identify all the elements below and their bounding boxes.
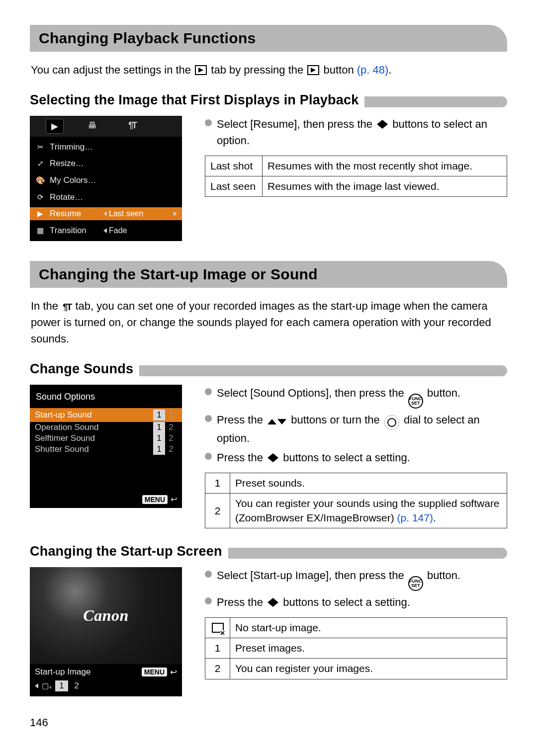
cam-sound-label: Operation Sound [35,422,153,432]
sound-options-table: 1 Preset sounds. 2 You can register your… [205,473,507,528]
cell-1: 1 [205,638,230,659]
cam-sound-opt: 2 [165,422,177,433]
cam-options: ▢ₓ12 [35,680,177,691]
control-dial-icon [384,415,399,430]
cell-register-images: You can register your images. [230,659,507,679]
cam-row-icon: ✂ [35,143,46,152]
cam-sound-opt: 2 [165,444,177,455]
text: In the [31,300,61,312]
cam-row-value: Fade [103,226,177,235]
cam-startup-opt: 2 [70,680,83,691]
text: tab by pressing the [211,64,306,76]
text: buttons or turn the [291,414,383,426]
cam-bottom-bar: Start-up Image MENU ↩ ▢ₓ12 [30,664,182,696]
camera-screenshot-sound-options: Sound Options Start-up Sound12Operation … [30,385,182,508]
cam-row-icon: ▶ [35,209,46,218]
page-heading-startup: Changing the Start-up Image or Sound [30,261,507,288]
subheading-row: Selecting the Image that First Displays … [30,92,507,109]
subheading-row: Changing the Start-up Screen [30,543,507,560]
text: buttons to select a setting. [283,451,410,464]
cam-row-icon: ⟳ [35,193,46,202]
bullet-leftright-setting: Press the buttons to select a setting. [205,449,507,466]
cam-sound-row: Shutter Sound12 [35,444,177,455]
text: . [433,512,436,523]
cell-last-seen-desc: Resumes with the image last viewed. [263,176,507,197]
left-right-arrows-icon [377,120,388,129]
cam-tabs: ▶ 🖶 ¶T [30,116,182,137]
cam-sound-row: Selftimer Sound12 [35,433,177,444]
cam-sound-opt: 1 [153,444,165,455]
text: You can register your sounds using the s… [235,498,500,523]
cam-sound-row: Start-up Sound12 [30,408,182,422]
menu-button-icon: MENU [142,668,167,676]
text: tab, you can set one of your recorded im… [31,300,491,345]
subheading-rule [364,96,507,107]
bullet-leftright-setting: Press the buttons to select a setting. [205,594,507,610]
page-heading-playback: Changing Playback Functions [30,25,507,52]
cam-row-label: Resume [50,209,99,219]
back-icon: ↩ [170,667,177,677]
text: Press the [217,451,266,464]
startup-image-table: No start-up image. 1 Preset images. 2 Yo… [205,617,507,679]
cell-last-shot-label: Last shot [205,156,263,176]
cam-sound-opt: 1 [153,433,165,444]
resume-options-table: Last shot Resumes with the most recently… [205,156,507,197]
cam-menu-row: ▦TransitionFade [30,224,182,237]
cam-sound-opt: 1 [153,422,165,433]
page-ref-48[interactable]: (p. 48) [357,64,389,76]
cam-row-label: Trimming… [50,142,99,152]
subheading-rule [228,548,507,559]
cell-register-sounds: You can register your sounds using the s… [230,494,507,528]
cell-no-startup: No start-up image. [230,617,507,638]
cell-2: 2 [205,494,230,528]
cell-last-shot-desc: Resumes with the most recently shot imag… [263,156,507,176]
bullet-sound-options: Select [Sound Options], then press the F… [205,385,507,409]
canon-logo: Canon [83,606,128,625]
cam-sound-title: Sound Options [35,389,177,405]
cam-row-label: Transition [50,226,99,236]
cam-row-icon: ▦ [35,226,46,235]
cam-startup-opt: 1 [55,680,68,691]
subheading-select-image: Selecting the Image that First Displays … [30,92,358,109]
cell-2: 2 [205,659,230,679]
bullet-startup-image: Select [Start-up Image], then press the … [205,567,507,591]
text: Press the [217,596,266,608]
cam-startup-label: Start-up Image [35,667,90,677]
text: button. [427,387,460,399]
cell-no-image-icon [205,617,230,638]
text: Select [Start-up Image], then press the [217,569,407,582]
cell-last-seen-label: Last seen [205,176,263,197]
cam-sound-label: Selftimer Sound [35,433,153,443]
cell-1: 1 [205,473,230,494]
bullet-updown-dial: Press the buttons or turn the dial to se… [205,412,507,446]
func-set-button-icon: FUNC SET [408,394,423,409]
cam-sound-row: Operation Sound12 [35,422,177,433]
playback-button-icon [307,65,319,75]
cam-startup-opt: ▢ₓ [40,680,53,691]
cam-sound-opts: 12 [153,444,177,455]
subheading-change-sounds: Change Sounds [30,361,133,378]
text: button. [427,569,460,582]
cam-sound-label: Start-up Sound [35,410,153,420]
cam-menu-row: ⤢Resize… [30,157,182,170]
page-ref-147[interactable]: (p. 147) [397,512,433,523]
cam-preview-area: Canon [30,567,182,664]
cam-menu: ✂Trimming…⤢Resize…🎨My Colors…⟳Rotate…▶Re… [30,137,182,241]
cam-menu-row: ✂Trimming… [30,141,182,154]
cell-preset-images: Preset images. [230,638,507,659]
cam-tab-tools-icon: ¶T [123,119,141,134]
playback-tab-icon [195,65,207,75]
up-down-arrows-icon [268,419,286,424]
func-set-button-icon: FUNC SET [408,576,423,591]
cam-row-value: Last seen [103,209,177,218]
cell-preset-sounds: Preset sounds. [230,473,507,494]
cam-menu-row: 🎨My Colors… [30,174,182,187]
left-arrow-icon [35,683,38,688]
cam-sound-opts: 12 [153,433,177,444]
text: . [388,64,391,76]
text: Press the [217,414,266,426]
cam-row-label: Rotate… [50,192,99,202]
cam-tab-playback-icon: ▶ [46,119,64,134]
cam-sound-opt: 1 [153,410,165,420]
text: buttons to select a setting. [283,596,410,608]
